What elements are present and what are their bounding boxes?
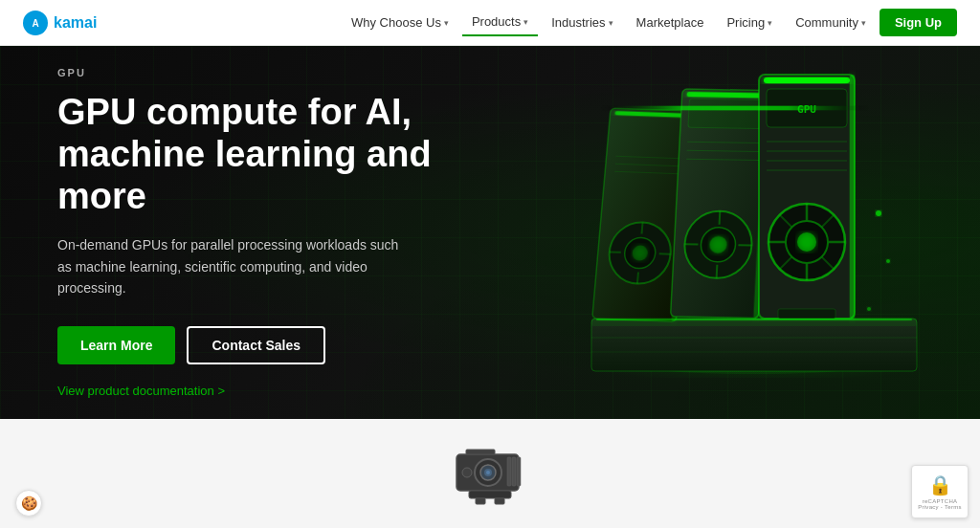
svg-line-27 [716,265,717,278]
svg-rect-54 [850,75,855,319]
recaptcha-badge: 🔒 reCAPTCHAPrivacy - Terms [911,465,969,518]
nav-item-community[interactable]: Community ▾ [786,10,876,35]
contact-sales-button[interactable]: Contact Sales [187,326,325,364]
hero-subtitle: On-demand GPUs for parallel processing w… [57,234,402,298]
hero-buttons: Learn More Contact Sales [57,326,452,364]
chevron-down-icon: ▾ [444,18,449,28]
chevron-down-icon: ▾ [768,18,772,28]
logo[interactable]: A kamai [23,11,109,35]
nav-links: Why Choose Us ▾ Products ▾ Industries ▾ … [342,9,957,36]
cookie-button[interactable]: 🍪 [15,490,42,517]
hero-section: GPU GPU compute for AI, machine learning… [0,46,980,419]
svg-point-60 [867,307,871,311]
chevron-down-icon: ▾ [861,18,866,28]
svg-point-41 [797,232,816,252]
svg-rect-72 [495,498,504,504]
recaptcha-icon: 🔒 [928,473,952,496]
svg-rect-69 [517,457,521,486]
svg-rect-68 [512,457,516,486]
gpu-icon-wrapper [452,440,528,507]
svg-line-14 [637,273,638,284]
svg-point-65 [486,471,490,474]
nav-item-products[interactable]: Products ▾ [462,9,538,36]
navbar: A kamai Why Choose Us ▾ Products ▾ Indus… [0,0,980,46]
chevron-down-icon: ▾ [609,18,613,28]
svg-text:kamai: kamai [54,14,97,31]
signup-button[interactable]: Sign Up [880,9,957,36]
hero-content: GPU GPU compute for AI, machine learning… [0,46,509,419]
learn-more-button[interactable]: Learn More [57,326,175,364]
nav-item-industries[interactable]: Industries ▾ [542,10,622,35]
hero-tag: GPU [57,67,452,78]
svg-rect-36 [764,77,850,83]
svg-point-59 [886,259,890,263]
product-documentation-link[interactable]: View product documentation > [57,384,452,398]
svg-rect-56 [601,106,869,110]
hero-image: GPU [471,46,980,419]
nav-item-why-choose-us[interactable]: Why Choose Us ▾ [342,10,458,35]
hero-title: GPU compute for AI, machine learning and… [57,92,452,217]
svg-rect-67 [507,457,511,486]
gpu-illustration: GPU [515,70,936,395]
svg-rect-57 [596,319,912,320]
svg-rect-73 [466,450,495,454]
nav-item-marketplace[interactable]: Marketplace [627,10,714,35]
recaptcha-text: reCAPTCHAPrivacy - Terms [918,498,962,510]
gpu-icon-svg [452,440,528,507]
nav-item-pricing[interactable]: Pricing ▾ [717,10,782,35]
svg-rect-71 [476,498,485,504]
svg-rect-55 [778,309,835,319]
svg-rect-4 [591,319,917,371]
svg-line-13 [641,223,642,234]
svg-rect-70 [469,491,511,498]
gpu-visual: GPU [515,70,936,395]
svg-text:A: A [32,18,38,29]
bottom-section [0,419,980,528]
svg-line-26 [719,211,720,225]
svg-point-58 [876,210,881,216]
chevron-down-icon: ▾ [523,17,528,27]
svg-point-66 [462,468,472,477]
svg-rect-34 [688,99,763,128]
